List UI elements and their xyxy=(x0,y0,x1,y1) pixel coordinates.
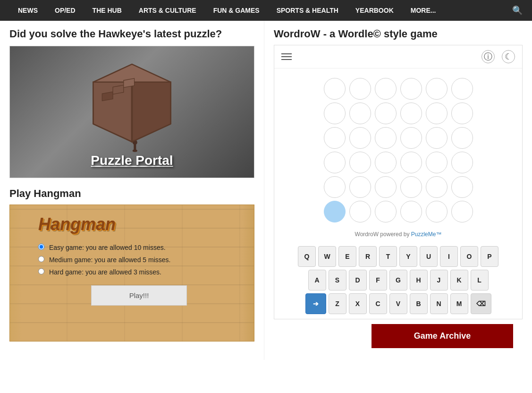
nav-arts-culture[interactable]: ARTS & CULTURE xyxy=(130,7,205,14)
key-p[interactable]: P xyxy=(481,246,498,267)
key-z[interactable]: Z xyxy=(329,293,346,314)
key-g[interactable]: G xyxy=(389,270,407,290)
cell-6-1-active xyxy=(324,201,346,222)
cell-2-2 xyxy=(349,103,371,124)
key-k[interactable]: K xyxy=(450,270,468,290)
game-archive-section: Game Archive xyxy=(274,319,523,353)
wordle-row-4 xyxy=(324,152,473,173)
key-c[interactable]: C xyxy=(369,293,387,314)
easy-label: Easy game: you are allowed 10 misses. xyxy=(49,244,166,251)
cell-5-5 xyxy=(426,176,448,198)
keyboard-row-1: Q W E R T Y U I O P xyxy=(298,246,498,267)
wordle-header: ⓘ ☾ xyxy=(274,45,522,68)
key-enter[interactable]: ➔ xyxy=(305,293,326,314)
key-o[interactable]: O xyxy=(460,246,478,267)
key-x[interactable]: X xyxy=(349,293,367,314)
key-t[interactable]: T xyxy=(379,246,397,267)
main-content: Did you solve the Hawkeye's latest puzzl… xyxy=(0,21,532,360)
cell-5-3 xyxy=(375,176,397,198)
key-b[interactable]: B xyxy=(410,293,428,314)
dark-mode-icon[interactable]: ☾ xyxy=(502,50,515,63)
svg-rect-4 xyxy=(102,92,113,101)
search-icon[interactable]: 🔍 xyxy=(512,5,523,16)
key-j[interactable]: J xyxy=(430,270,448,290)
wordle-heading: WordroW - a Wordle© style game xyxy=(274,28,523,40)
cell-5-4 xyxy=(400,176,422,198)
cell-3-3 xyxy=(375,127,397,149)
nav-more[interactable]: MORE... xyxy=(402,7,445,14)
wordle-row-2 xyxy=(324,103,473,124)
puzzle-portal-label[interactable]: Puzzle Portal xyxy=(91,153,173,168)
cell-6-6 xyxy=(451,201,473,222)
cell-6-3 xyxy=(375,201,397,222)
key-q[interactable]: Q xyxy=(298,246,316,267)
cell-2-6 xyxy=(451,103,473,124)
info-icon[interactable]: ⓘ xyxy=(481,50,495,63)
key-s[interactable]: S xyxy=(329,270,346,290)
hangman-game: Hangman Easy game: you are allowed 10 mi… xyxy=(9,205,254,342)
cell-4-4 xyxy=(400,152,422,173)
key-h[interactable]: H xyxy=(410,270,428,290)
key-v[interactable]: V xyxy=(389,293,407,314)
play-button[interactable]: Play!!! xyxy=(91,285,187,306)
cell-4-6 xyxy=(451,152,473,173)
cell-1-2 xyxy=(349,78,371,100)
wordle-widget: ⓘ ☾ xyxy=(274,45,523,319)
hangman-title: Hangman xyxy=(38,214,240,234)
svg-rect-6 xyxy=(124,78,135,87)
puzzleme-link[interactable]: PuzzleMe™ xyxy=(411,231,442,238)
cell-3-6 xyxy=(451,127,473,149)
nav-yearbook[interactable]: YEARBOOK xyxy=(347,7,402,14)
cell-3-1 xyxy=(324,127,346,149)
key-l[interactable]: L xyxy=(471,270,489,290)
key-w[interactable]: W xyxy=(318,246,336,267)
cell-6-5 xyxy=(426,201,448,222)
nav-sports-health[interactable]: SPORTS & HEALTH xyxy=(268,7,347,14)
menu-line-1 xyxy=(281,53,292,54)
easy-radio[interactable] xyxy=(38,244,44,250)
nav-news[interactable]: NEWS xyxy=(9,7,46,14)
cell-1-6 xyxy=(451,78,473,100)
key-a[interactable]: A xyxy=(308,270,326,290)
cell-5-6 xyxy=(451,176,473,198)
cell-3-4 xyxy=(400,127,422,149)
cell-4-2 xyxy=(349,152,371,173)
navigation: NEWS OP/ED THE HUB ARTS & CULTURE FUN & … xyxy=(0,0,532,21)
medium-radio[interactable] xyxy=(38,256,44,262)
easy-option[interactable]: Easy game: you are allowed 10 misses. xyxy=(38,244,240,251)
cell-2-3 xyxy=(375,103,397,124)
keyboard-row-3: ➔ Z X C V B N M ⌫ xyxy=(305,293,491,314)
key-u[interactable]: U xyxy=(420,246,438,267)
key-i[interactable]: I xyxy=(440,246,458,267)
key-n[interactable]: N xyxy=(430,293,448,314)
cell-6-4 xyxy=(400,201,422,222)
key-backspace[interactable]: ⌫ xyxy=(471,293,491,314)
cell-4-1 xyxy=(324,152,346,173)
nav-fun-games[interactable]: FUN & GAMES xyxy=(205,7,268,14)
puzzle-heading: Did you solve the Hawkeye's latest puzzl… xyxy=(9,28,254,40)
wordle-keyboard: Q W E R T Y U I O P A S D F G xyxy=(274,241,522,319)
cell-2-5 xyxy=(426,103,448,124)
key-y[interactable]: Y xyxy=(399,246,417,267)
nav-oped[interactable]: OP/ED xyxy=(46,7,84,14)
puzzle-portal-image[interactable]: .cube-stroke { stroke: #5a3a2a; stroke-w… xyxy=(9,46,254,178)
key-r[interactable]: R xyxy=(359,246,377,267)
cell-4-3 xyxy=(375,152,397,173)
wordle-grid xyxy=(274,68,522,227)
wordle-attribution: WordroW powered by PuzzleMe™ xyxy=(274,227,522,241)
game-archive-button[interactable]: Game Archive xyxy=(372,324,513,348)
cell-1-5 xyxy=(426,78,448,100)
wordle-row-3 xyxy=(324,127,473,149)
key-d[interactable]: D xyxy=(349,270,367,290)
key-e[interactable]: E xyxy=(338,246,356,267)
hard-radio[interactable] xyxy=(38,268,44,274)
nav-the-hub[interactable]: THE HUB xyxy=(84,7,130,14)
cell-3-5 xyxy=(426,127,448,149)
key-m[interactable]: M xyxy=(450,293,468,314)
hard-option[interactable]: Hard game: you are allowed 3 misses. xyxy=(38,268,240,276)
key-f[interactable]: F xyxy=(369,270,387,290)
medium-option[interactable]: Medium game: you are allowed 5 misses. xyxy=(38,256,240,264)
cell-1-4 xyxy=(400,78,422,100)
hamburger-menu-icon[interactable] xyxy=(281,53,292,60)
cell-2-4 xyxy=(400,103,422,124)
